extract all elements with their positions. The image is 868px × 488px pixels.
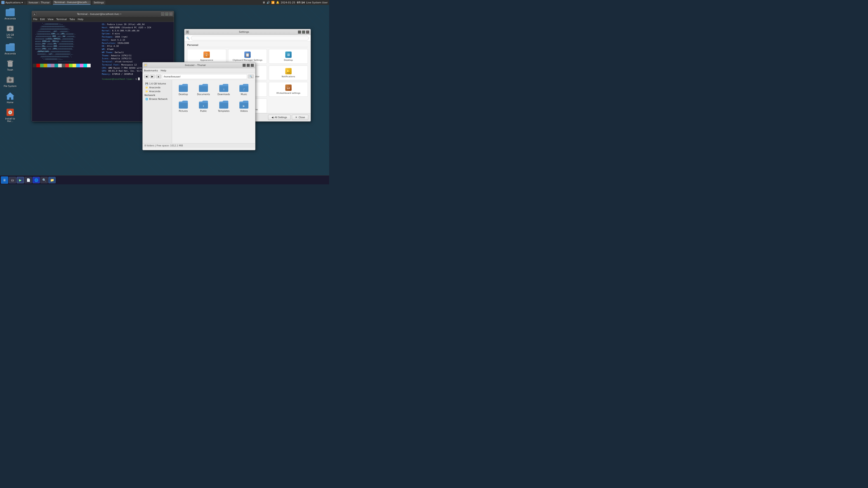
terminal-close-btn[interactable]: ✕ xyxy=(169,12,173,15)
filemanager-window-title: liveuser - Thunar xyxy=(148,64,243,67)
fm-address-input[interactable] xyxy=(162,74,247,79)
settings-allsettings-btn-label: All Settings xyxy=(275,116,287,119)
desktop-icon-trash-label: Trash xyxy=(7,69,13,71)
fm-folder-videos[interactable]: ▶ Videos xyxy=(235,99,253,113)
settings-item-clipboard[interactable]: 📋 Clipboard Manager Settings xyxy=(228,49,267,64)
settings-close-btn2[interactable]: ✕ Close xyxy=(292,115,308,120)
terminal-menu-edit[interactable]: Edit xyxy=(40,18,45,21)
terminal-window-icon: ▶ xyxy=(33,12,36,15)
fm-menu-help[interactable]: Help xyxy=(160,69,166,72)
settings-search-icon: 🔍 xyxy=(186,37,190,40)
settings-section-personal: Personal xyxy=(187,43,308,47)
settings-window-controls: ─ □ ✕ xyxy=(298,31,309,34)
settings-search-input[interactable] xyxy=(191,36,309,40)
fm-back-btn[interactable]: ◀ xyxy=(144,74,149,78)
settings-allsettings-btn[interactable]: ◀ All Settings xyxy=(268,115,290,120)
taskbar-window-2[interactable]: Terminal - liveuser@localh... xyxy=(53,0,91,5)
fm-browse-network-icon: 🌐 xyxy=(145,98,148,100)
taskbar-search-icon: 🔍 xyxy=(42,178,46,182)
settings-item-appearance[interactable]: 🎨 Appearance xyxy=(187,49,226,64)
svg-text:↓: ↓ xyxy=(223,88,225,91)
fm-folder-public[interactable]: ⬆ Public xyxy=(195,99,213,113)
desktop-icon-drive1-label: 1/6 GB Volu... xyxy=(3,34,17,39)
settings-desktop-icon: 🖥 xyxy=(285,52,291,58)
fm-folder-music[interactable]: ♪ Music xyxy=(235,82,253,97)
fm-sidebar-browse-network[interactable]: 🌐 Browse Network xyxy=(143,97,172,101)
settings-search-bar: 🔍 xyxy=(184,35,311,41)
desktop-icon-home[interactable]: Home xyxy=(2,91,18,105)
terminal-menu-terminal[interactable]: Terminal xyxy=(56,18,67,21)
taskbar-window-terminal[interactable]: ▶ xyxy=(17,177,24,183)
terminal-menu-view[interactable]: View xyxy=(48,18,54,21)
datetime: 2024-01-25 07:14 xyxy=(281,1,305,4)
terminal-minimize-btn[interactable]: ─ xyxy=(161,12,164,15)
terminal-titlebar: ▶ Terminal - liveuser@localhost-live:~ ─… xyxy=(32,11,174,17)
settings-desktop-label: Desktop xyxy=(284,59,293,61)
taskbar-window-thunar[interactable]: 🗂 xyxy=(9,177,16,183)
settings-maximize-btn[interactable]: □ xyxy=(302,31,305,34)
filemanager-maximize-btn[interactable]: □ xyxy=(247,64,250,67)
fm-forward-btn[interactable]: ▶ xyxy=(150,74,155,78)
svg-text:▶: ▶ xyxy=(243,104,245,107)
fm-search-btn[interactable]: 🔍 xyxy=(248,74,254,78)
fm-network-section: Network xyxy=(143,93,172,97)
desktop-icon-anaconda2[interactable]: Anaconda xyxy=(2,42,18,56)
app-menu[interactable]: Applications ▾ xyxy=(1,1,23,4)
settings-item-xfdash[interactable]: 🗂 Xfcdashboard settings xyxy=(269,82,308,97)
taskbar-globe[interactable]: 🌐 xyxy=(33,177,40,183)
settings-titlebar: ⚙ Settings ─ □ ✕ xyxy=(184,29,311,35)
taskbar-window-1[interactable]: liveuser - Thunar xyxy=(27,1,51,4)
desktop-icon-install[interactable]: 💿 Install to Har... xyxy=(2,107,18,123)
svg-point-3 xyxy=(10,28,11,29)
filemanager-toolbar: ◀ ▶ ▲ 🔍 xyxy=(143,73,255,80)
taskbar-search[interactable]: 🔍 xyxy=(40,177,48,183)
taskbar-folder-icon: 📁 xyxy=(50,178,54,182)
fm-folder-documents[interactable]: Documents xyxy=(195,82,213,97)
settings-appearance-label: Appearance xyxy=(200,59,213,61)
desktop-icon-drive1[interactable]: 1/6 GB Volu... xyxy=(2,23,18,39)
terminal-menubar: File Edit View Terminal Tabs Help xyxy=(32,17,174,22)
taskbar-window-files[interactable]: 📄 xyxy=(25,177,32,183)
fm-anaconda1-icon: 📁 xyxy=(145,86,148,89)
settings-notifications-icon: 🔔 xyxy=(285,68,291,74)
settings-item-desktop[interactable]: 🖥 Desktop xyxy=(269,49,308,64)
filemanager-minimize-btn[interactable]: ─ xyxy=(243,64,246,67)
desktop-icon-filesystem[interactable]: File System xyxy=(2,74,18,88)
taskbar-window-3[interactable]: Settings xyxy=(92,1,105,4)
taskbar-thunar-icon: 🗂 xyxy=(11,178,14,182)
settings-close-btn[interactable]: ✕ xyxy=(306,31,309,34)
terminal-menu-tabs[interactable]: Tabs xyxy=(69,18,75,21)
fm-menu-bookmarks[interactable]: Bookmarks xyxy=(144,69,158,72)
filemanager-close-btn[interactable]: ✕ xyxy=(251,64,254,67)
settings-xfdash-label: Xfcdashboard settings xyxy=(276,92,301,94)
desktop-icon-trash[interactable]: Trash xyxy=(2,58,18,72)
settings-allsettings-btn-icon: ◀ xyxy=(272,116,273,119)
fm-folder-public-label: Public xyxy=(200,110,207,112)
fm-folder-desktop[interactable]: Desktop xyxy=(174,82,192,97)
fm-up-btn[interactable]: ▲ xyxy=(156,74,161,78)
app-menu-label[interactable]: Applications xyxy=(5,1,21,4)
fm-folder-downloads[interactable]: ↓ Downloads xyxy=(215,82,233,97)
fm-sidebar-drive1[interactable]: 💾 1.6 GB Volume xyxy=(143,82,172,86)
fm-sidebar-anaconda1[interactable]: 📁 Anaconda xyxy=(143,86,172,90)
fm-folder-pictures[interactable]: Pictures xyxy=(174,99,192,113)
taskbar-folder[interactable]: 📁 xyxy=(49,177,56,183)
terminal-menu-help[interactable]: Help xyxy=(78,18,84,21)
desktop-icon-anaconda1[interactable]: Anaconda xyxy=(2,7,18,21)
taskbar-globe-icon: 🌐 xyxy=(34,178,38,182)
desktop-icon-install-label: Install to Har... xyxy=(3,118,17,123)
terminal-menu-file[interactable]: File xyxy=(33,18,37,21)
desktop-icon-anaconda2-label: Anaconda xyxy=(4,53,16,55)
settings-minimize-btn[interactable]: ─ xyxy=(298,31,301,34)
fm-folder-videos-label: Videos xyxy=(240,110,248,112)
filemanager-statusbar: 8 folders | Free space: 1012.1 MiB xyxy=(143,143,255,148)
display-icon: 🖥 xyxy=(262,1,265,4)
terminal-maximize-btn[interactable]: □ xyxy=(165,12,168,15)
fm-sidebar-anaconda2[interactable]: 📁 Anaconda xyxy=(143,90,172,93)
settings-item-notifications[interactable]: 🔔 Notifications xyxy=(269,66,308,80)
top-panel-right: 🖥 🔊 📶 🔔 2024-01-25 07:14 Live System Use… xyxy=(262,1,328,4)
taskbar-show-desktop[interactable]: 🖥 xyxy=(1,176,8,184)
fm-folder-templates[interactable]: Templates xyxy=(215,99,233,113)
filemanager-window-icon: 📁 xyxy=(144,64,147,67)
filemanager-titlebar: 📁 liveuser - Thunar ─ □ ✕ xyxy=(143,62,255,68)
